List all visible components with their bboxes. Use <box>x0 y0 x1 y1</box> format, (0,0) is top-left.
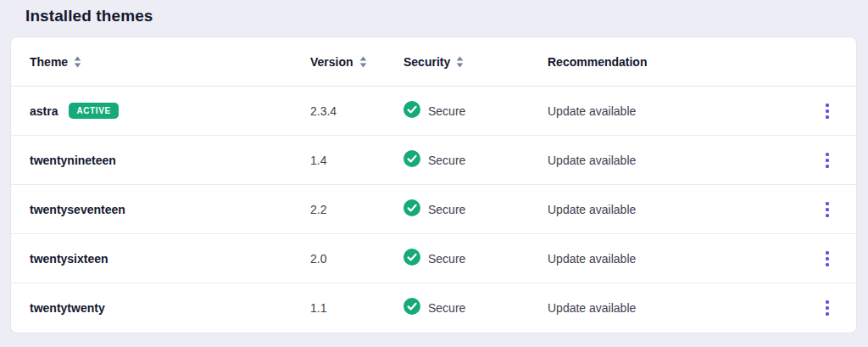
security-cell: Secure <box>403 199 548 220</box>
table-row: astra ACTIVE 2.3.4 Secure Update availab… <box>11 87 856 136</box>
security-cell: Secure <box>403 298 548 318</box>
theme-name: twentynineteen <box>30 154 116 167</box>
version-value: 2.2 <box>310 203 403 216</box>
check-circle-icon <box>403 249 420 269</box>
security-cell: Secure <box>403 249 548 269</box>
theme-cell: astra ACTIVE <box>30 103 310 119</box>
kebab-icon <box>826 300 829 304</box>
sort-icon <box>456 56 464 68</box>
recommendation-text: Update available <box>548 203 807 216</box>
security-status: Secure <box>428 252 465 266</box>
theme-cell: twentynineteen <box>30 154 310 167</box>
table-header-row: Theme Version Security Recommendation <box>11 37 856 87</box>
row-actions-menu-button[interactable] <box>817 246 837 271</box>
security-cell: Secure <box>403 101 548 121</box>
recommendation-text: Update available <box>548 104 807 118</box>
security-status: Secure <box>428 301 465 315</box>
theme-name: twentyseventeen <box>30 203 125 216</box>
theme-cell: twentyseventeen <box>30 203 310 216</box>
column-header-theme-label: Theme <box>30 55 68 69</box>
actions-cell <box>807 197 848 222</box>
kebab-icon <box>826 251 829 255</box>
actions-cell <box>807 148 848 173</box>
active-status-badge: ACTIVE <box>69 103 118 119</box>
sort-icon <box>359 56 367 68</box>
recommendation-text: Update available <box>548 252 807 266</box>
row-actions-menu-button[interactable] <box>817 197 837 222</box>
recommendation-text: Update available <box>548 301 807 315</box>
actions-cell <box>807 98 848 124</box>
row-actions-menu-button[interactable] <box>817 148 837 173</box>
version-value: 1.1 <box>310 301 403 315</box>
theme-name: twentytwenty <box>30 301 105 315</box>
check-circle-icon <box>403 101 420 121</box>
page-title: Installed themes <box>0 0 868 25</box>
column-header-version[interactable]: Version <box>310 55 403 69</box>
column-header-security-label: Security <box>403 55 450 69</box>
table-row: twentysixteen 2.0 Secure Update availabl… <box>11 234 856 283</box>
kebab-icon <box>826 153 829 156</box>
version-value: 2.0 <box>310 252 403 266</box>
column-header-recommendation-label: Recommendation <box>548 55 647 69</box>
check-circle-icon <box>403 150 420 171</box>
security-status: Secure <box>428 104 465 118</box>
theme-name: astra <box>30 104 58 118</box>
column-header-recommendation: Recommendation <box>548 55 807 69</box>
kebab-icon <box>826 202 829 205</box>
version-value: 1.4 <box>310 154 403 167</box>
security-status: Secure <box>428 154 465 167</box>
actions-cell <box>807 295 848 321</box>
theme-cell: twentysixteen <box>30 252 310 266</box>
theme-name: twentysixteen <box>30 252 108 266</box>
column-header-version-label: Version <box>310 55 353 69</box>
table-row: twentytwenty 1.1 Secure Update available <box>11 283 856 333</box>
version-value: 2.3.4 <box>310 104 403 118</box>
column-header-theme[interactable]: Theme <box>30 55 310 69</box>
table-row: twentynineteen 1.4 Secure Update availab… <box>11 136 856 185</box>
kebab-icon <box>826 104 829 107</box>
installed-themes-table: Theme Version Security Recommendation as… <box>10 36 857 333</box>
row-actions-menu-button[interactable] <box>817 98 837 124</box>
table-row: twentyseventeen 2.2 Secure Update availa… <box>11 185 856 234</box>
column-header-security[interactable]: Security <box>403 55 548 69</box>
row-actions-menu-button[interactable] <box>817 295 837 321</box>
security-status: Secure <box>428 203 465 216</box>
recommendation-text: Update available <box>548 154 807 167</box>
check-circle-icon <box>403 298 420 318</box>
sort-icon <box>74 56 81 68</box>
check-circle-icon <box>403 199 420 220</box>
actions-cell <box>807 246 848 271</box>
theme-cell: twentytwenty <box>30 301 310 315</box>
security-cell: Secure <box>403 150 548 171</box>
